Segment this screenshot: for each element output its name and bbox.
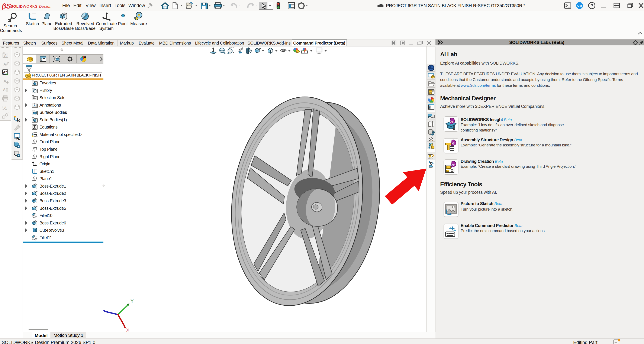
svg-text:βS: βS bbox=[2, 2, 11, 10]
svg-text:X: X bbox=[126, 327, 130, 332]
svg-text:SOLIDWORKSDesign: SOLIDWORKSDesign bbox=[11, 4, 52, 8]
svg-text:Y: Y bbox=[130, 298, 134, 304]
svg-text:?: ? bbox=[590, 3, 593, 8]
svg-text:CM: CM bbox=[577, 4, 582, 7]
